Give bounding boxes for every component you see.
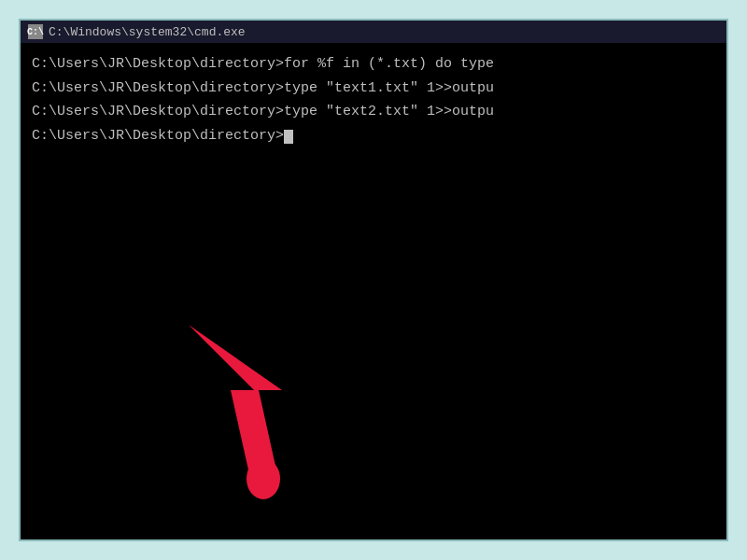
terminal-line-4: C:\Users\JR\Desktop\directory> <box>32 124 715 148</box>
terminal-line-3: C:\Users\JR\Desktop\directory>type "text… <box>32 100 715 124</box>
cmd-window: C:\ C:\Windows\system32\cmd.exe C:\Users… <box>19 19 728 541</box>
cmd-icon: C:\ <box>28 24 43 39</box>
terminal-line-1: C:\Users\JR\Desktop\directory>for %f in … <box>32 52 715 77</box>
title-bar: C:\ C:\Windows\system32\cmd.exe <box>21 21 726 43</box>
red-arrow-annotation <box>170 306 375 511</box>
terminal-body[interactable]: C:\Users\JR\Desktop\directory>for %f in … <box>21 43 726 539</box>
svg-point-1 <box>247 458 280 499</box>
terminal-line-2: C:\Users\JR\Desktop\directory>type "text… <box>32 77 715 101</box>
cursor <box>284 130 293 144</box>
terminal-output: C:\Users\JR\Desktop\directory>for %f in … <box>32 52 715 147</box>
svg-marker-0 <box>189 325 282 474</box>
window-title: C:\Windows\system32\cmd.exe <box>49 25 246 39</box>
